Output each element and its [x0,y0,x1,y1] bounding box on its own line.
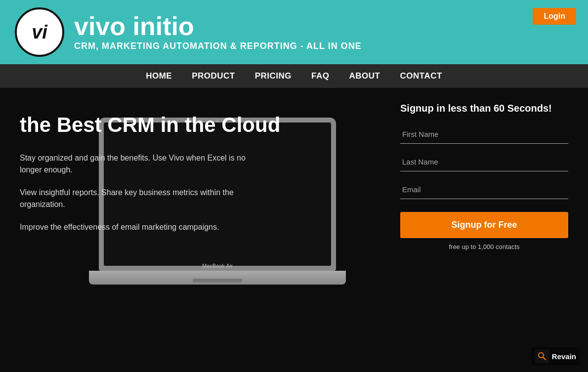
hero-content: the Best CRM in the Cloud Stay organized… [20,113,326,244]
hero-desc-1: Stay organized and gain the benefits. Us… [20,152,267,176]
site-header: vi vivo initio CRM, MARKETING AUTOMATION… [0,0,588,64]
hero-desc-2: View insightful reports. Share key busin… [20,187,267,210]
signup-panel: Signup in less than 60 Seconds! Signup f… [400,103,568,250]
brand-name: vivo initio [74,13,362,39]
signup-note: free up to 1,000 contacts [400,243,568,250]
main-nav: HOME PRODUCT PRICING FAQ ABOUT CONTACT [0,64,588,88]
nav-item-contact[interactable]: CONTACT [400,71,442,81]
nav-item-faq[interactable]: FAQ [311,71,329,81]
revain-icon [535,349,549,363]
hero-section: MacBook Air the Best CRM in the Cloud St… [0,88,588,372]
brand-text: vivo initio CRM, MARKETING AUTOMATION & … [74,13,362,51]
brand-tagline: CRM, MARKETING AUTOMATION & REPORTING - … [74,41,362,51]
last-name-input[interactable] [400,153,568,171]
login-button[interactable]: Login [533,8,576,25]
nav-item-about[interactable]: ABOUT [349,71,380,81]
nav-item-home[interactable]: HOME [146,71,172,81]
logo: vi [15,7,64,57]
hero-desc-3: Improve the effectiveness of email marke… [20,221,267,233]
revain-watermark: Revain [531,347,580,365]
email-input[interactable] [400,180,568,199]
revain-label: Revain [552,352,576,361]
nav-item-pricing[interactable]: PRICING [255,71,292,81]
svg-line-1 [543,357,546,360]
signup-button[interactable]: Signup for Free [400,212,568,238]
first-name-input[interactable] [400,125,568,144]
laptop-label: MacBook Air [202,263,233,269]
hero-title: the Best CRM in the Cloud [20,113,326,137]
signup-title: Signup in less than 60 Seconds! [400,103,568,114]
nav-item-product[interactable]: PRODUCT [192,71,235,81]
